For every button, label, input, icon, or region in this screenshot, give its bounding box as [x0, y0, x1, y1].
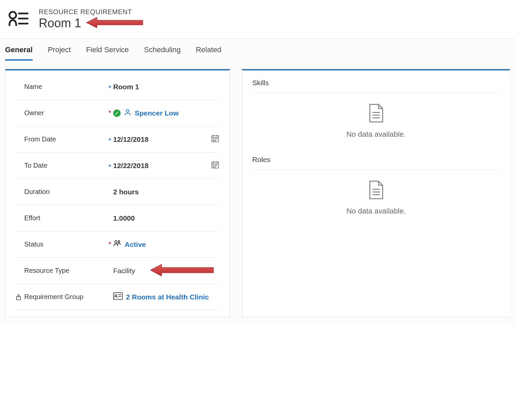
- required-indicator-icon: *: [106, 109, 113, 117]
- skills-section-title: Skills: [252, 79, 500, 93]
- required-indicator-icon: *: [106, 241, 113, 248]
- tab-general[interactable]: General: [5, 42, 33, 61]
- field-row-resource-type[interactable]: Resource Type Facility: [15, 258, 220, 284]
- skills-empty-text: No data available.: [346, 130, 406, 139]
- roles-empty-state: No data available.: [252, 170, 500, 226]
- field-value-owner[interactable]: ✓ Spencer Low: [113, 108, 220, 118]
- content-area: Name + Room 1 Owner * ✓ Spencer Low Fro: [0, 61, 515, 326]
- tab-field-service[interactable]: Field Service: [86, 42, 129, 61]
- skills-empty-state: No data available.: [252, 93, 500, 149]
- roles-section-title: Roles: [252, 156, 500, 170]
- svg-point-5: [126, 109, 129, 112]
- field-row-from-date[interactable]: From Date + 12/12/2018: [15, 126, 220, 153]
- field-value-to-date[interactable]: 12/22/2018: [113, 160, 220, 171]
- field-row-requirement-group[interactable]: Requirement Group 2 Rooms at Health Clin…: [15, 284, 220, 310]
- person-icon: [124, 108, 131, 118]
- field-label: To Date: [24, 162, 47, 169]
- field-value-status[interactable]: Active: [113, 239, 220, 249]
- svg-rect-11: [215, 138, 216, 139]
- svg-rect-27: [17, 297, 21, 300]
- page-header: RESOURCE REQUIREMENT Room 1: [0, 0, 515, 38]
- card-icon: [113, 292, 123, 301]
- field-value-effort[interactable]: 1.0000: [113, 214, 220, 222]
- svg-rect-19: [213, 165, 214, 166]
- field-value-from-date[interactable]: 12/12/2018: [113, 134, 220, 144]
- svg-point-25: [118, 241, 120, 243]
- field-label: Resource Type: [24, 267, 69, 274]
- tab-project[interactable]: Project: [48, 42, 71, 61]
- svg-rect-10: [213, 138, 214, 139]
- recommended-indicator-icon: +: [106, 163, 113, 169]
- field-row-name[interactable]: Name + Room 1: [15, 74, 220, 100]
- field-label: Owner: [24, 109, 44, 117]
- status-link[interactable]: Active: [125, 240, 146, 249]
- svg-rect-21: [216, 165, 217, 166]
- field-label: Duration: [24, 188, 50, 196]
- field-label: Status: [24, 240, 43, 248]
- status-icon: [113, 239, 121, 249]
- annotation-arrow-icon: [150, 263, 214, 279]
- field-label: From Date: [24, 135, 56, 143]
- field-value-duration[interactable]: 2 hours: [113, 188, 220, 196]
- svg-marker-26: [150, 264, 214, 276]
- svg-rect-14: [215, 140, 216, 141]
- check-badge-icon: ✓: [113, 109, 121, 117]
- recommended-indicator-icon: +: [106, 136, 113, 142]
- svg-point-29: [115, 295, 117, 296]
- field-value-requirement-group[interactable]: 2 Rooms at Health Clinic: [113, 292, 220, 301]
- general-panel: Name + Room 1 Owner * ✓ Spencer Low Fro: [5, 69, 230, 317]
- field-label: Requirement Group: [24, 293, 84, 301]
- lock-icon: [15, 294, 22, 300]
- page-title: Room 1: [39, 16, 81, 30]
- from-date-text: 12/12/2018: [113, 135, 149, 143]
- side-panel: Skills No data available. Roles No data …: [242, 69, 510, 317]
- field-value-name[interactable]: Room 1: [113, 83, 220, 91]
- field-row-owner[interactable]: Owner * ✓ Spencer Low: [15, 100, 220, 126]
- field-row-effort[interactable]: Effort 1.0000: [15, 205, 220, 231]
- requirement-group-link[interactable]: 2 Rooms at Health Clinic: [126, 293, 209, 301]
- recommended-indicator-icon: +: [106, 84, 113, 90]
- svg-rect-13: [213, 140, 214, 141]
- document-icon: [368, 181, 384, 201]
- svg-rect-20: [215, 165, 216, 166]
- svg-rect-22: [213, 166, 214, 167]
- field-label: Name: [24, 83, 42, 91]
- tab-scheduling[interactable]: Scheduling: [144, 42, 181, 61]
- svg-rect-12: [216, 138, 217, 139]
- calendar-icon[interactable]: [211, 160, 220, 171]
- svg-point-0: [9, 12, 16, 19]
- field-row-status[interactable]: Status * Active: [15, 231, 220, 258]
- owner-link[interactable]: Spencer Low: [135, 109, 179, 117]
- roles-empty-text: No data available.: [346, 207, 406, 216]
- annotation-arrow-icon: [86, 16, 143, 31]
- field-label: Effort: [24, 214, 40, 222]
- svg-marker-4: [86, 17, 143, 28]
- entity-type-label: RESOURCE REQUIREMENT: [39, 8, 143, 16]
- entity-icon: [7, 7, 30, 32]
- tab-bar: General Project Field Service Scheduling…: [0, 38, 515, 61]
- field-row-to-date[interactable]: To Date + 12/22/2018: [15, 153, 220, 179]
- svg-point-24: [115, 241, 117, 243]
- tab-related[interactable]: Related: [196, 42, 221, 61]
- svg-rect-28: [114, 293, 122, 299]
- svg-rect-23: [215, 166, 216, 167]
- field-row-duration[interactable]: Duration 2 hours: [15, 179, 220, 205]
- calendar-icon[interactable]: [211, 134, 220, 144]
- to-date-text: 12/22/2018: [113, 162, 149, 170]
- document-icon: [368, 104, 384, 124]
